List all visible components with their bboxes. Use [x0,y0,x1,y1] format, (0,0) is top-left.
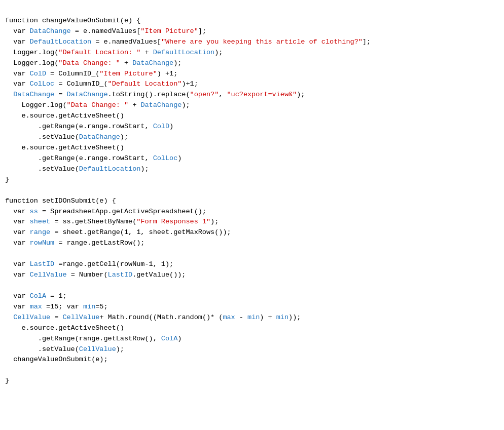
code-line: var ss = SpreadsheetApp.getActiveSpreads… [0,207,504,217]
code-line: .setValue(CellValue); [0,344,504,355]
code-token: max [30,303,42,310]
code-line: var LastID =range.getCell(rowNum-1, 1); [0,259,504,270]
code-token: changeValueOnSubmit [42,17,120,24]
code-line: CellValue = CellValue+ Math.round((Math.… [0,312,504,323]
code-token: "Data Change: " [58,59,120,67]
code-token: e.source.getActiveSheet() [5,144,124,151]
code-token: CellValue [79,345,116,353]
code-line: .getRange(e.range.rowStart, ColLoc) [0,153,504,164]
code-token: var [5,260,30,268]
code-token: .toString().replace( [108,91,190,98]
code-token: ColA [30,292,46,300]
code-token: ); [297,91,305,98]
code-token: .setValue( [5,133,79,141]
code-token: = [54,91,66,98]
code-token: ) [169,123,173,130]
code-token: ]; [198,27,206,35]
code-line: var ColA = 1; [0,291,504,302]
code-token: ); [210,218,219,225]
code-token: CellValue [62,314,99,321]
code-token: ) + [260,314,276,321]
code-token: = sheet.getRange(1, 1, sheet.getMaxRows(… [50,228,231,236]
code-token: sheet [30,218,51,225]
code-token: ColLoc [30,80,55,88]
code-token: .getRange(e.range.rowStart, [5,154,153,162]
code-token: ); [140,165,149,173]
code-token: min [247,314,260,321]
code-line: Logger.log("Data Change: " + DataChange)… [0,100,504,111]
code-line: } [0,376,504,386]
code-token [5,314,13,321]
code-token: )+1; [182,80,198,88]
code-line: .getRange(range.getLastRow(), ColA) [0,334,504,344]
code-token: ColD [153,123,169,130]
code-token: LastID [108,271,133,279]
code-token: = SpreadsheetApp.getActiveSpreadsheet(); [38,208,206,215]
code-token: var [5,208,30,215]
code-line [0,281,504,291]
code-token: )); [289,314,301,321]
code-line: Logger.log("Default Location: " + Defaul… [0,48,504,58]
code-token: ) [177,335,182,342]
code-token: + [120,59,132,67]
code-token: Logger.log( [5,101,67,109]
code-line: .setValue(DefaultLocation); [0,164,504,175]
code-token: DataChange [67,91,108,98]
code-token: ); [182,101,190,109]
code-token: DefaultLocation [153,49,215,56]
code-token: } [5,176,9,183]
code-token: ColLoc [153,154,178,162]
code-line: var rowNum = range.getLastRow(); [0,238,504,249]
code-token: (e) { [95,197,116,205]
code-token: max [223,314,235,321]
code-line [0,365,504,376]
code-token: LastID [30,260,55,268]
code-token: DataChange [132,59,173,67]
code-line: var CellValue = Number(LastID.getValue()… [0,270,504,281]
code-token: .setValue( [5,165,79,173]
code-token: var [5,228,30,236]
code-token: setIDOnSubmit [42,197,95,205]
code-token: changeValueOnSubmit(e); [5,356,108,363]
code-token: rowNum [30,239,55,247]
code-token: ]; [363,38,371,46]
code-token: = [50,314,62,321]
code-line: } [0,175,504,185]
code-line: .getRange(e.range.rowStart, ColD) [0,122,504,132]
code-token: ColD [30,70,46,77]
code-token: = ColumnID_( [54,80,107,88]
code-line: var sheet = ss.getSheetByName("Form Resp… [0,217,504,227]
code-token: DefaultLocation [30,38,92,46]
code-token: = ss.getSheetByName( [50,218,136,225]
code-token: .getRange(range.getLastRow(), [5,335,161,342]
code-token: Logger.log( [5,49,58,56]
code-token: var [5,27,30,35]
code-line: var DefaultLocation = e.namedValues["Whe… [0,37,504,48]
code-line: var range = sheet.getRange(1, 1, sheet.g… [0,227,504,238]
code-token: =range.getCell(rowNum-1, 1); [54,260,173,268]
code-line: var ColD = ColumnID_("Item Picture") +1; [0,69,504,80]
code-token: ColA [161,335,177,342]
code-token: = ColumnID_( [46,70,99,77]
code-token: ); [214,49,223,56]
code-line: e.source.getActiveSheet() [0,111,504,122]
code-token: ss [30,208,38,215]
code-token: var [5,80,30,88]
code-token: ); [120,133,128,141]
code-line [0,249,504,259]
code-line: .setValue(DataChange); [0,132,504,143]
code-token: ) [177,154,182,162]
code-token: "Item Picture" [99,70,157,77]
code-line: var DataChange = e.namedValues["Item Pic… [0,26,504,37]
code-token: DataChange [13,91,54,98]
code-token: ); [173,59,182,67]
code-line: e.source.getActiveSheet() [0,143,504,153]
code-token: } [5,377,9,384]
code-token: "Form Responses 1" [136,218,210,225]
code-line: function changeValueOnSubmit(e) { [0,16,504,26]
code-token: .setValue( [5,345,79,353]
code-editor: function changeValueOnSubmit(e) { var Da… [0,0,504,392]
code-line [0,185,504,196]
code-token: + [128,101,140,109]
code-token: + Math.round((Math.random()* ( [99,314,223,321]
